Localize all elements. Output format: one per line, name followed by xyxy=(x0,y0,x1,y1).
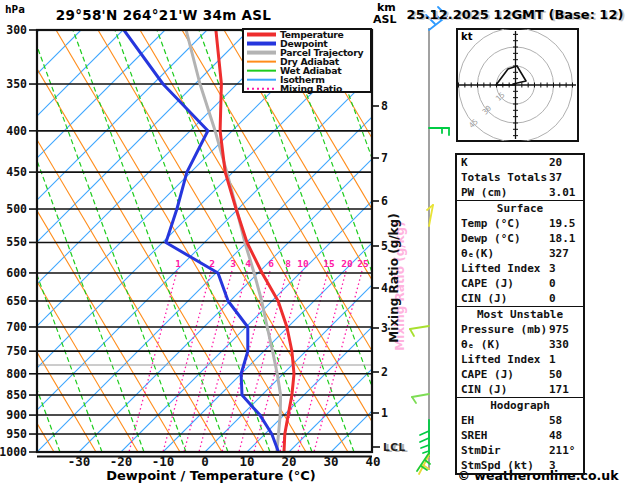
panel-row: Temp (°C)19.5 xyxy=(457,216,583,231)
panel-row-label: CIN (J) xyxy=(457,382,549,397)
barb-6km xyxy=(427,205,433,226)
pressure-label: 1000 xyxy=(0,445,27,459)
indices-panel: K20Totals Totals37PW (cm)3.01SurfaceTemp… xyxy=(455,153,585,475)
pressure-label: 500 xyxy=(6,202,27,216)
panel-row: CAPE (J)0 xyxy=(457,276,583,291)
pressure-unit-label: hPa xyxy=(5,3,25,16)
mixing-ratio-value-label: 4 xyxy=(245,258,251,269)
lcl-marker-label: LCL xyxy=(383,441,406,453)
pressure-label: 900 xyxy=(6,408,27,422)
dry-adiabat-line xyxy=(56,30,306,452)
panel-row-label: θₑ (K) xyxy=(457,337,549,352)
pressure-label: 350 xyxy=(6,77,27,91)
panel-row-label: Dewp (°C) xyxy=(457,231,549,246)
barb-low-cluster xyxy=(420,420,429,456)
panel-row-label: CAPE (J) xyxy=(457,276,549,291)
mixing-ratio-line xyxy=(199,271,247,452)
pressure-label: 750 xyxy=(6,344,27,358)
panel-row: SREH48 xyxy=(457,428,583,443)
panel-row: Totals Totals37 xyxy=(457,170,583,185)
panel-row: PW (cm)3.01 xyxy=(457,185,583,200)
mixing-ratio-value-label: 10 xyxy=(297,258,309,269)
panel-row-value: 48 xyxy=(549,428,583,443)
panel-row-label: K xyxy=(457,155,549,170)
km-label: 7 xyxy=(381,151,388,165)
panel-row-value: 3.01 xyxy=(549,185,583,200)
panel-row-value: 330 xyxy=(549,337,583,352)
mixing-ratio-value-label: 15 xyxy=(323,258,335,269)
mixing-ratio-value-label: 2 xyxy=(209,258,215,269)
panel-section-hodograph: HodographEH58SREH48StmDir211°StmSpd (kt)… xyxy=(457,397,583,473)
hodograph-unit-label: kt xyxy=(461,31,472,42)
panel-row-value: 211° xyxy=(549,443,583,458)
panel-row: StmSpd (kt)3 xyxy=(457,458,583,473)
barb-1km-stroke xyxy=(412,397,416,403)
legend-label: Mixing Ratio xyxy=(280,83,342,94)
panel-row: Lifted Index1 xyxy=(457,352,583,367)
panel-section-title: Most Unstable xyxy=(457,307,583,322)
mixing-ratio-value-label: 3 xyxy=(230,258,236,269)
panel-row: EH58 xyxy=(457,413,583,428)
panel-row-value: 58 xyxy=(549,413,583,428)
temp-tick-label: -20 xyxy=(110,454,133,469)
panel-row-label: Totals Totals xyxy=(457,170,549,185)
panel-row-value: 0 xyxy=(549,276,583,291)
panel-row-label: SREH xyxy=(457,428,549,443)
barb-low-cluster-stroke xyxy=(420,438,429,442)
panel-section-surface: SurfaceTemp (°C)19.5Dewp (°C)18.1θₑ(K)32… xyxy=(457,200,583,306)
wet-adiabat-line xyxy=(31,30,186,452)
panel-row-value: 50 xyxy=(549,367,583,382)
panel-row-value: 975 xyxy=(549,322,583,337)
pressure-label: 600 xyxy=(6,266,27,280)
panel-row: CIN (J)171 xyxy=(457,382,583,397)
wet-adiabat-line xyxy=(73,30,228,452)
temp-tick-label: -30 xyxy=(68,454,91,469)
temp-tick-label: -10 xyxy=(152,454,175,469)
panel-row-value: 18.1 xyxy=(549,231,583,246)
panel-row-label: Pressure (mb) xyxy=(457,322,549,337)
panel-row-label: StmSpd (kt) xyxy=(457,458,549,473)
station-title: 29°58'N 264°21'W 34m ASL xyxy=(36,7,291,23)
x-axis-title: Dewpoint / Temperature (°C) xyxy=(86,468,336,483)
panel-row-label: θₑ(K) xyxy=(457,246,549,261)
pressure-label: 800 xyxy=(6,367,27,381)
panel-row-value: 327 xyxy=(549,246,583,261)
temp-tick-label: 20 xyxy=(281,454,296,469)
temp-tick-label: 10 xyxy=(239,454,254,469)
barb-8km xyxy=(429,128,449,135)
panel-row-label: CIN (J) xyxy=(457,291,549,306)
panel-row: K20 xyxy=(457,155,583,170)
dry-adiabat-line xyxy=(140,30,390,452)
dry-adiabat-line xyxy=(0,30,222,452)
panel-row-value: 171 xyxy=(549,382,583,397)
temp-tick-label: 0 xyxy=(201,454,209,469)
panel-row-value: 37 xyxy=(549,170,583,185)
dry-adiabat-line xyxy=(0,30,180,452)
km-label: 8 xyxy=(381,99,388,113)
panel-row-value: 3 xyxy=(549,261,583,276)
run-date-label: 25.12.2025 12GMT (Base: 12) xyxy=(402,7,628,22)
panel-row-value: 0 xyxy=(549,291,583,306)
panel-row: Pressure (mb)975 xyxy=(457,322,583,337)
panel-section: K20Totals Totals37PW (cm)3.01 xyxy=(457,155,583,200)
pressure-label: 450 xyxy=(6,165,27,179)
dry-adiabat-line xyxy=(224,30,474,452)
panel-row-label: Lifted Index xyxy=(457,352,549,367)
panel-row-label: PW (cm) xyxy=(457,185,549,200)
barb-low-cluster-stroke xyxy=(421,445,429,448)
panel-section-title: Hodograph xyxy=(457,398,583,413)
mixing-ratio-value-label: 20 xyxy=(341,258,353,269)
panel-row: CIN (J)0 xyxy=(457,291,583,306)
panel-section-title: Surface xyxy=(457,201,583,216)
panel-row-label: Lifted Index xyxy=(457,261,549,276)
barb-3km-stroke xyxy=(410,326,429,329)
panel-row-label: EH xyxy=(457,413,549,428)
mixing-ratio-value-label: 8 xyxy=(285,258,291,269)
panel-row-label: Temp (°C) xyxy=(457,216,549,231)
mixing-ratio-value-label: 1 xyxy=(175,258,181,269)
panel-row-value: 19.5 xyxy=(549,216,583,231)
panel-row: θₑ (K)330 xyxy=(457,337,583,352)
barb-3km xyxy=(410,326,429,336)
barb-low-cluster-stroke xyxy=(420,431,429,435)
mixing-ratio-axis-label: Mixing Ratio (g/kg) xyxy=(387,198,403,358)
